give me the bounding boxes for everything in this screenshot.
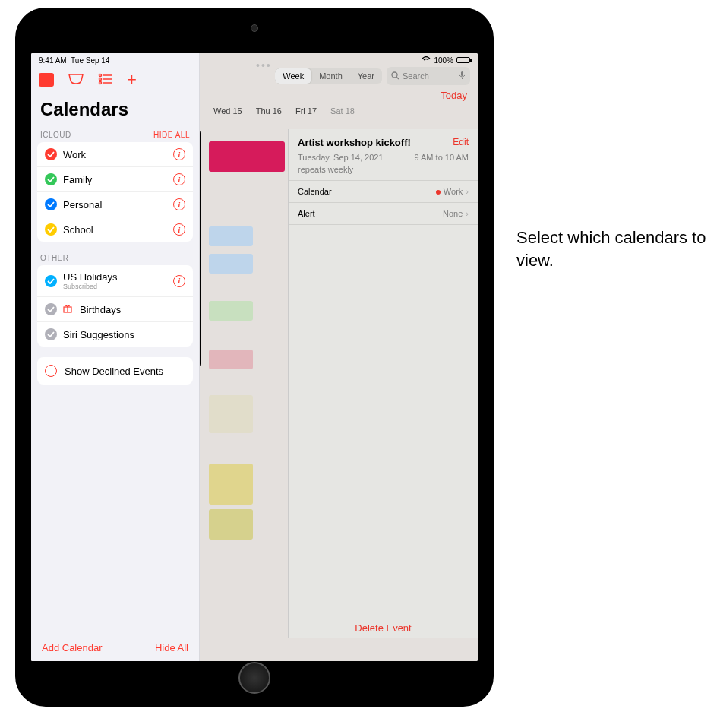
info-icon[interactable]: i xyxy=(173,148,185,160)
checkbox-icon[interactable] xyxy=(45,148,57,160)
calendar-row-siri[interactable]: Siri Suggestions xyxy=(37,322,193,347)
section-header-icloud: ICLOUD HIDE ALL xyxy=(31,128,199,142)
calendar-row-holidays[interactable]: US Holidays Subscribed i xyxy=(37,265,193,297)
status-time: 9:41 AM xyxy=(39,56,67,65)
section-label: ICLOUD xyxy=(40,131,71,139)
info-icon[interactable]: i xyxy=(173,275,185,287)
wifi-icon xyxy=(422,56,431,65)
ipad-camera xyxy=(251,24,258,32)
svg-point-5 xyxy=(99,78,102,80)
svg-point-7 xyxy=(99,81,102,84)
hide-all-button[interactable]: Hide All xyxy=(155,642,188,654)
calendar-sublabel: Subscribed xyxy=(63,283,118,290)
svg-point-3 xyxy=(99,74,102,76)
calendar-label: School xyxy=(63,224,93,236)
section-label: OTHER xyxy=(40,254,69,262)
callout-text: Select which calendars to view. xyxy=(516,226,714,271)
calendar-label: Siri Suggestions xyxy=(63,329,134,340)
ipad-screen: 9:41 AM Tue Sep 14 100% ••• Week Month Y… xyxy=(31,53,478,661)
calendar-label: US Holidays xyxy=(63,271,118,283)
battery-icon xyxy=(456,57,470,63)
calendar-row-birthdays[interactable]: Birthdays xyxy=(37,297,193,322)
list-icon[interactable] xyxy=(98,73,113,87)
add-calendar-button[interactable]: Add Calendar xyxy=(42,642,103,654)
calendar-row-personal[interactable]: Personal i xyxy=(37,192,193,217)
info-icon[interactable]: i xyxy=(173,223,185,236)
calendar-row-family[interactable]: Family i xyxy=(37,167,193,192)
radio-empty-icon[interactable] xyxy=(45,365,57,377)
checkbox-icon[interactable] xyxy=(45,328,57,340)
declined-label: Show Declined Events xyxy=(65,366,163,377)
show-declined-row[interactable]: Show Declined Events xyxy=(37,357,193,385)
checkbox-icon[interactable] xyxy=(45,223,57,236)
calendar-row-work[interactable]: Work i xyxy=(37,142,193,167)
home-button[interactable] xyxy=(238,662,270,694)
hide-all-icloud[interactable]: HIDE ALL xyxy=(153,131,190,139)
calendar-label: Family xyxy=(63,174,92,185)
calendar-label: Birthdays xyxy=(80,304,121,315)
calendar-row-school[interactable]: School i xyxy=(37,217,193,242)
battery-percent: 100% xyxy=(434,56,453,65)
info-icon[interactable]: i xyxy=(173,198,185,210)
status-bar: 9:41 AM Tue Sep 14 100% xyxy=(31,53,478,67)
calendar-label: Personal xyxy=(63,199,102,210)
checkbox-icon[interactable] xyxy=(45,303,57,315)
ipad-frame: 9:41 AM Tue Sep 14 100% ••• Week Month Y… xyxy=(15,8,494,707)
checkbox-icon[interactable] xyxy=(45,198,57,210)
checkbox-icon[interactable] xyxy=(45,173,57,185)
info-icon[interactable]: i xyxy=(173,173,185,185)
gift-icon xyxy=(63,304,72,315)
section-header-other: OTHER xyxy=(31,251,199,265)
calendars-sidebar: + Calendars ICLOUD HIDE ALL Work i Famil… xyxy=(31,53,200,661)
status-date: Tue Sep 14 xyxy=(71,56,109,65)
add-icon[interactable]: + xyxy=(127,70,137,90)
checkbox-icon[interactable] xyxy=(45,275,57,287)
calendar-icon[interactable] xyxy=(39,73,54,87)
sidebar-title: Calendars xyxy=(31,96,199,128)
inbox-icon[interactable] xyxy=(68,73,84,87)
icloud-calendar-list: Work i Family i Personal i School i xyxy=(37,142,193,242)
other-calendar-list: US Holidays Subscribed i Birthdays Siri … xyxy=(37,265,193,347)
calendar-label: Work xyxy=(63,149,86,160)
